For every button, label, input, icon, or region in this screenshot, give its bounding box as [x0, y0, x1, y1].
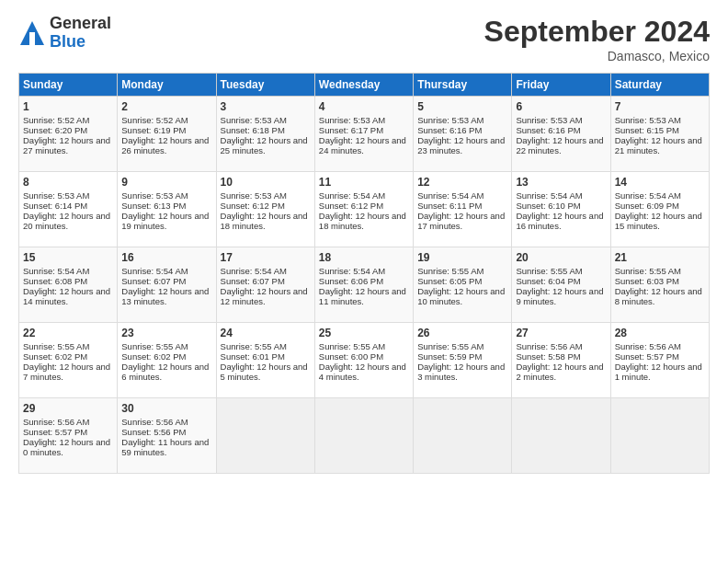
- sunset-text: Sunset: 6:18 PM: [221, 125, 285, 135]
- sunrise-text: Sunrise: 5:52 AM: [23, 115, 89, 125]
- daylight-text: Daylight: 12 hours and 22 minutes.: [516, 135, 603, 155]
- calendar-cell: 8Sunrise: 5:53 AMSunset: 6:14 PMDaylight…: [19, 172, 118, 247]
- sunrise-text: Sunrise: 5:54 AM: [417, 190, 483, 201]
- daylight-text: Daylight: 12 hours and 3 minutes.: [417, 362, 505, 382]
- calendar-cell: [610, 398, 709, 474]
- day-number: 8: [23, 176, 113, 189]
- daylight-text: Daylight: 12 hours and 0 minutes.: [23, 437, 110, 457]
- calendar-cell: 19Sunrise: 5:55 AMSunset: 6:05 PMDayligh…: [414, 247, 512, 323]
- sunrise-text: Sunrise: 5:53 AM: [23, 190, 89, 201]
- day-number: 22: [23, 327, 113, 339]
- sunrise-text: Sunrise: 5:55 AM: [417, 266, 483, 276]
- sunset-text: Sunset: 6:11 PM: [417, 201, 482, 211]
- daylight-text: Daylight: 12 hours and 14 minutes.: [23, 286, 110, 306]
- col-saturday: Saturday: [610, 74, 709, 97]
- sunrise-text: Sunrise: 5:54 AM: [319, 266, 385, 276]
- calendar-cell: 21Sunrise: 5:55 AMSunset: 6:03 PMDayligh…: [610, 247, 709, 323]
- calendar-cell: 30Sunrise: 5:56 AMSunset: 5:56 PMDayligh…: [118, 398, 216, 474]
- sunrise-text: Sunrise: 5:56 AM: [121, 417, 188, 427]
- sunset-text: Sunset: 6:00 PM: [319, 351, 383, 362]
- daylight-text: Daylight: 12 hours and 6 minutes.: [121, 362, 209, 382]
- sunrise-text: Sunrise: 5:53 AM: [221, 115, 287, 125]
- sunset-text: Sunset: 6:17 PM: [319, 125, 383, 135]
- daylight-text: Daylight: 12 hours and 23 minutes.: [417, 135, 505, 155]
- page: General Blue September 2024 Damasco, Mex…: [0, 0, 728, 563]
- calendar-cell: 3Sunrise: 5:53 AMSunset: 6:18 PMDaylight…: [216, 97, 314, 172]
- col-sunday: Sunday: [19, 74, 118, 97]
- day-number: 3: [221, 100, 311, 113]
- daylight-text: Daylight: 12 hours and 26 minutes.: [121, 135, 209, 155]
- sunset-text: Sunset: 5:56 PM: [121, 427, 186, 437]
- sunset-text: Sunset: 6:03 PM: [615, 276, 679, 286]
- sunset-text: Sunset: 6:10 PM: [516, 201, 580, 211]
- daylight-text: Daylight: 12 hours and 8 minutes.: [615, 286, 702, 306]
- sunrise-text: Sunrise: 5:52 AM: [121, 115, 188, 125]
- sunset-text: Sunset: 6:16 PM: [516, 125, 580, 135]
- daylight-text: Daylight: 12 hours and 9 minutes.: [516, 286, 603, 306]
- location: Damasco, Mexico: [484, 49, 710, 63]
- sunset-text: Sunset: 6:19 PM: [121, 125, 186, 135]
- sunrise-text: Sunrise: 5:56 AM: [23, 417, 89, 427]
- header: General Blue September 2024 Damasco, Mex…: [18, 15, 710, 63]
- day-number: 29: [23, 402, 113, 415]
- sunrise-text: Sunrise: 5:54 AM: [319, 190, 385, 201]
- calendar-row-1: 1Sunrise: 5:52 AMSunset: 6:20 PMDaylight…: [19, 97, 710, 172]
- sunrise-text: Sunrise: 5:54 AM: [121, 266, 188, 276]
- calendar-cell: 22Sunrise: 5:55 AMSunset: 6:02 PMDayligh…: [19, 323, 118, 398]
- daylight-text: Daylight: 12 hours and 1 minute.: [615, 362, 702, 382]
- calendar-cell: 16Sunrise: 5:54 AMSunset: 6:07 PMDayligh…: [118, 247, 216, 323]
- sunset-text: Sunset: 5:57 PM: [23, 427, 87, 437]
- day-number: 15: [23, 251, 113, 264]
- sunrise-text: Sunrise: 5:53 AM: [319, 115, 385, 125]
- calendar-cell: [216, 398, 314, 474]
- calendar-cell: 15Sunrise: 5:54 AMSunset: 6:08 PMDayligh…: [19, 247, 118, 323]
- sunrise-text: Sunrise: 5:55 AM: [516, 266, 582, 276]
- day-number: 21: [615, 251, 705, 264]
- day-number: 10: [221, 176, 311, 189]
- daylight-text: Daylight: 12 hours and 17 minutes.: [417, 211, 505, 231]
- day-number: 24: [221, 327, 311, 339]
- daylight-text: Daylight: 12 hours and 27 minutes.: [23, 135, 110, 155]
- sunset-text: Sunset: 6:07 PM: [221, 276, 285, 286]
- sunrise-text: Sunrise: 5:55 AM: [121, 341, 188, 351]
- col-monday: Monday: [118, 74, 216, 97]
- calendar-row-4: 22Sunrise: 5:55 AMSunset: 6:02 PMDayligh…: [19, 323, 710, 398]
- calendar-cell: 2Sunrise: 5:52 AMSunset: 6:19 PMDaylight…: [118, 97, 216, 172]
- daylight-text: Daylight: 12 hours and 20 minutes.: [23, 211, 110, 231]
- calendar-cell: 23Sunrise: 5:55 AMSunset: 6:02 PMDayligh…: [118, 323, 216, 398]
- day-number: 11: [319, 176, 409, 189]
- sunset-text: Sunset: 5:57 PM: [615, 351, 679, 362]
- daylight-text: Daylight: 12 hours and 15 minutes.: [615, 211, 702, 231]
- title-block: September 2024 Damasco, Mexico: [484, 15, 710, 63]
- sunset-text: Sunset: 5:58 PM: [516, 351, 580, 362]
- calendar-cell: 24Sunrise: 5:55 AMSunset: 6:01 PMDayligh…: [216, 323, 314, 398]
- sunset-text: Sunset: 6:06 PM: [319, 276, 383, 286]
- sunrise-text: Sunrise: 5:53 AM: [417, 115, 483, 125]
- daylight-text: Daylight: 12 hours and 12 minutes.: [221, 286, 308, 306]
- sunrise-text: Sunrise: 5:55 AM: [319, 341, 385, 351]
- daylight-text: Daylight: 12 hours and 4 minutes.: [319, 362, 406, 382]
- calendar-cell: 9Sunrise: 5:53 AMSunset: 6:13 PMDaylight…: [118, 172, 216, 247]
- daylight-text: Daylight: 12 hours and 10 minutes.: [417, 286, 505, 306]
- calendar-cell: [314, 398, 413, 474]
- day-number: 4: [319, 100, 409, 113]
- calendar-cell: 17Sunrise: 5:54 AMSunset: 6:07 PMDayligh…: [216, 247, 314, 323]
- sunrise-text: Sunrise: 5:56 AM: [615, 341, 681, 351]
- calendar-cell: 20Sunrise: 5:55 AMSunset: 6:04 PMDayligh…: [512, 247, 610, 323]
- day-number: 9: [121, 176, 211, 189]
- calendar-row-5: 29Sunrise: 5:56 AMSunset: 5:57 PMDayligh…: [19, 398, 710, 474]
- logo-blue: Blue: [50, 33, 111, 52]
- sunset-text: Sunset: 6:16 PM: [417, 125, 482, 135]
- sunrise-text: Sunrise: 5:55 AM: [221, 341, 287, 351]
- sunset-text: Sunset: 6:07 PM: [121, 276, 186, 286]
- sunset-text: Sunset: 5:59 PM: [417, 351, 482, 362]
- sunrise-text: Sunrise: 5:54 AM: [221, 266, 287, 276]
- calendar-cell: 27Sunrise: 5:56 AMSunset: 5:58 PMDayligh…: [512, 323, 610, 398]
- day-number: 1: [23, 100, 113, 113]
- sunrise-text: Sunrise: 5:54 AM: [516, 190, 582, 201]
- daylight-text: Daylight: 12 hours and 18 minutes.: [319, 211, 406, 231]
- day-number: 17: [221, 251, 311, 264]
- sunrise-text: Sunrise: 5:53 AM: [516, 115, 582, 125]
- calendar-row-3: 15Sunrise: 5:54 AMSunset: 6:08 PMDayligh…: [19, 247, 710, 323]
- daylight-text: Daylight: 12 hours and 25 minutes.: [221, 135, 308, 155]
